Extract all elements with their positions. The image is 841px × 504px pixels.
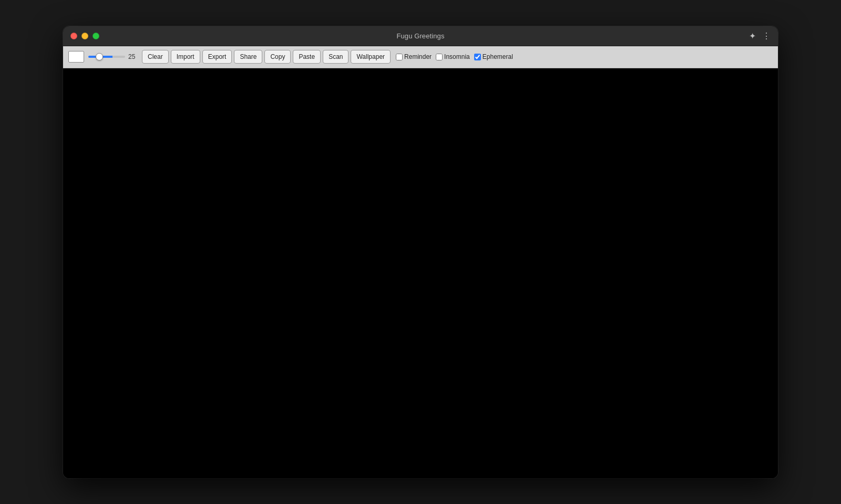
import-button[interactable]: Import xyxy=(171,50,200,64)
clear-button[interactable]: Clear xyxy=(142,50,169,64)
close-button[interactable] xyxy=(70,33,77,39)
wallpaper-button[interactable]: Wallpaper xyxy=(351,50,391,64)
reminder-checkbox-item[interactable]: Reminder xyxy=(396,53,432,60)
titlebar-actions: ✦ ⋮ xyxy=(749,31,771,41)
share-button[interactable]: Share xyxy=(234,50,262,64)
menu-icon[interactable]: ⋮ xyxy=(762,31,771,41)
slider-container: 25 xyxy=(88,53,138,60)
traffic-lights xyxy=(70,33,99,39)
minimize-button[interactable] xyxy=(81,33,88,39)
color-swatch[interactable] xyxy=(68,51,84,63)
canvas-area[interactable] xyxy=(63,68,778,478)
insomnia-checkbox[interactable] xyxy=(436,54,443,60)
app-window: Fugu Greetings ✦ ⋮ 25 Clear Import Expor… xyxy=(63,26,778,478)
maximize-button[interactable] xyxy=(93,33,99,39)
ephemeral-label: Ephemeral xyxy=(483,53,513,60)
toolbar: 25 Clear Import Export Share Copy Paste … xyxy=(63,46,778,68)
extensions-icon[interactable]: ✦ xyxy=(749,31,756,41)
checkbox-group: Reminder Insomnia Ephemeral xyxy=(396,53,513,60)
ephemeral-checkbox-item[interactable]: Ephemeral xyxy=(474,53,513,60)
insomnia-label: Insomnia xyxy=(444,53,470,60)
scan-button[interactable]: Scan xyxy=(323,50,348,64)
window-title: Fugu Greetings xyxy=(396,32,444,40)
copy-button[interactable]: Copy xyxy=(264,50,291,64)
slider-value: 25 xyxy=(128,53,138,60)
reminder-label: Reminder xyxy=(404,53,432,60)
ephemeral-checkbox[interactable] xyxy=(474,54,481,60)
paste-button[interactable]: Paste xyxy=(293,50,321,64)
size-slider[interactable] xyxy=(88,56,125,58)
titlebar: Fugu Greetings ✦ ⋮ xyxy=(63,26,778,46)
reminder-checkbox[interactable] xyxy=(396,54,403,60)
insomnia-checkbox-item[interactable]: Insomnia xyxy=(436,53,470,60)
export-button[interactable]: Export xyxy=(202,50,232,64)
